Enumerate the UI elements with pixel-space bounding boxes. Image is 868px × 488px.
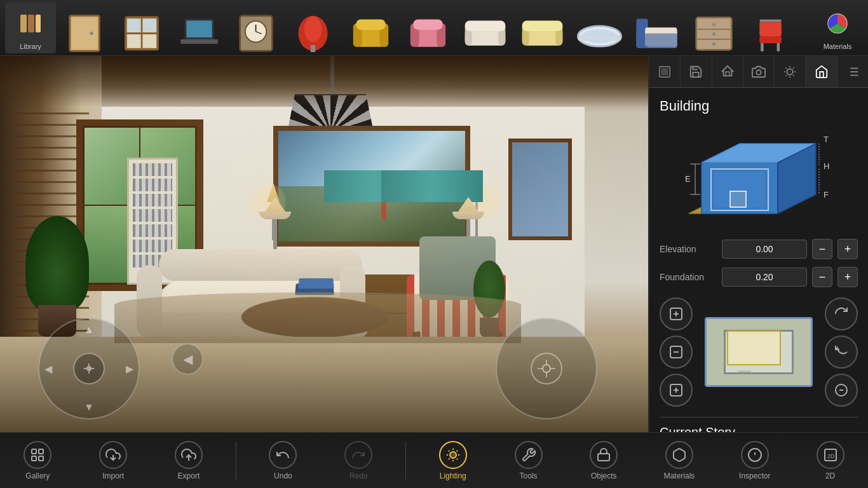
bottom-toolbar: Gallery Import Export bbox=[0, 432, 868, 488]
panel-tool-select[interactable] bbox=[649, 56, 681, 87]
svg-point-69 bbox=[787, 69, 793, 74]
toolbar-divider-1 bbox=[236, 442, 236, 480]
foundation-label: Foundation bbox=[660, 272, 717, 282]
bottom-lighting-button[interactable]: Lighting bbox=[424, 435, 482, 486]
svg-text:2D: 2D bbox=[827, 453, 835, 459]
furniture-bathtub[interactable] bbox=[571, 0, 628, 56]
foundation-row: Foundation 0.20 − + bbox=[660, 267, 858, 287]
materials-button[interactable]: Materials bbox=[812, 3, 863, 53]
bottom-undo-button[interactable]: Undo bbox=[254, 435, 311, 486]
rotate-cw-button[interactable] bbox=[825, 297, 858, 330]
elevation-minus-button[interactable]: − bbox=[812, 239, 832, 259]
furniture-chair-red[interactable] bbox=[285, 0, 342, 56]
nav-joystick-right[interactable] bbox=[496, 318, 597, 419]
svg-rect-43 bbox=[645, 34, 677, 46]
svg-point-47 bbox=[712, 22, 715, 26]
furniture-sofa-yellow[interactable] bbox=[513, 0, 571, 56]
svg-point-56 bbox=[86, 366, 92, 371]
bottom-import-button[interactable]: Import bbox=[85, 435, 142, 486]
svg-text:T: T bbox=[824, 135, 829, 144]
top-toolbar: Library bbox=[0, 0, 868, 56]
furniture-chair-metal[interactable] bbox=[742, 0, 799, 56]
object-add-button[interactable] bbox=[660, 374, 693, 407]
current-story-title: Current Story bbox=[660, 425, 858, 432]
2d-icon: 2D bbox=[817, 441, 844, 469]
bottom-inspector-button[interactable]: Inspector bbox=[726, 435, 783, 486]
delete-button[interactable] bbox=[825, 374, 858, 407]
bottom-export-button[interactable]: Export bbox=[160, 435, 217, 486]
svg-point-49 bbox=[712, 42, 715, 46]
undo-icon bbox=[269, 441, 297, 469]
svg-rect-10 bbox=[143, 18, 156, 32]
bottom-gallery-button[interactable]: Gallery bbox=[9, 435, 66, 486]
foundation-value[interactable]: 0.20 bbox=[722, 268, 807, 287]
furniture-strip bbox=[56, 0, 812, 56]
svg-rect-50 bbox=[759, 19, 782, 22]
main-3d-view[interactable]: ▲ ▼ ◀ ▶ ◀ bbox=[0, 56, 648, 432]
svg-rect-28 bbox=[413, 19, 442, 30]
svg-rect-24 bbox=[356, 19, 385, 30]
panel-tool-list[interactable] bbox=[837, 56, 868, 87]
svg-point-61 bbox=[543, 365, 550, 372]
svg-rect-0 bbox=[20, 15, 27, 32]
bottom-tools-button[interactable]: Tools bbox=[500, 435, 557, 486]
furniture-dresser[interactable] bbox=[685, 0, 742, 56]
svg-rect-54 bbox=[777, 43, 780, 51]
nav-joystick-left[interactable]: ▲ ▼ ◀ ▶ bbox=[38, 318, 140, 419]
svg-rect-13 bbox=[180, 39, 218, 44]
svg-rect-12 bbox=[186, 20, 212, 37]
nav-right-arrow: ▶ bbox=[126, 363, 133, 375]
svg-text:H: H bbox=[824, 161, 829, 171]
object-level-button[interactable] bbox=[660, 336, 693, 369]
svg-rect-36 bbox=[522, 20, 562, 30]
elevation-value[interactable]: 0.00 bbox=[722, 240, 807, 259]
svg-rect-1 bbox=[28, 15, 34, 32]
furniture-armchair-pink[interactable] bbox=[399, 0, 456, 56]
svg-rect-53 bbox=[761, 43, 764, 51]
redo-icon bbox=[344, 441, 372, 469]
inspector-icon bbox=[741, 441, 769, 469]
furniture-window[interactable] bbox=[113, 0, 170, 56]
furniture-door[interactable] bbox=[56, 0, 113, 56]
foundation-minus-button[interactable]: − bbox=[812, 267, 832, 287]
furniture-bed[interactable] bbox=[628, 0, 685, 56]
bottom-2d-button[interactable]: 2D 2D bbox=[802, 435, 859, 486]
nav-move-button[interactable]: ◀ bbox=[172, 343, 203, 375]
rotate-ccw-button[interactable] bbox=[825, 336, 858, 369]
svg-rect-52 bbox=[759, 36, 782, 43]
svg-rect-109 bbox=[598, 454, 609, 461]
svg-rect-103 bbox=[39, 449, 43, 454]
bottom-objects-button[interactable]: Objects bbox=[575, 435, 632, 486]
svg-rect-32 bbox=[465, 20, 505, 30]
svg-text:E: E bbox=[685, 174, 691, 184]
library-button[interactable]: Library bbox=[5, 3, 56, 53]
svg-rect-39 bbox=[578, 35, 621, 41]
panel-tool-save[interactable] bbox=[681, 56, 712, 87]
building-section-title: Building bbox=[660, 98, 858, 114]
elevation-label: Elevation bbox=[660, 244, 717, 254]
panel-tool-lighting[interactable] bbox=[775, 56, 806, 87]
elevation-row: Elevation 0.00 − + bbox=[660, 239, 858, 259]
svg-point-48 bbox=[712, 32, 715, 36]
furniture-armchair-yellow[interactable] bbox=[342, 0, 399, 56]
furniture-sofa-white[interactable] bbox=[456, 0, 513, 56]
panel-tool-paint[interactable] bbox=[712, 56, 743, 87]
gallery-icon bbox=[24, 441, 51, 469]
materials-bottom-icon bbox=[665, 441, 693, 469]
svg-rect-104 bbox=[32, 456, 36, 461]
bottom-redo-button[interactable]: Redo bbox=[330, 435, 387, 486]
bottom-materials-button[interactable]: Materials bbox=[651, 435, 708, 486]
svg-rect-2 bbox=[36, 15, 41, 32]
add-object-button[interactable] bbox=[660, 297, 693, 330]
materials-icon bbox=[820, 6, 855, 41]
svg-rect-82 bbox=[730, 191, 746, 207]
furniture-clock[interactable] bbox=[227, 0, 285, 56]
panel-tool-home[interactable] bbox=[806, 56, 837, 87]
furniture-laptop[interactable] bbox=[170, 0, 227, 56]
elevation-plus-button[interactable]: + bbox=[837, 239, 858, 259]
objects-icon bbox=[590, 441, 618, 469]
panel-tool-camera[interactable] bbox=[743, 56, 775, 87]
nav-center-button[interactable] bbox=[73, 353, 105, 384]
export-icon bbox=[175, 441, 203, 469]
foundation-plus-button[interactable]: + bbox=[837, 267, 858, 287]
